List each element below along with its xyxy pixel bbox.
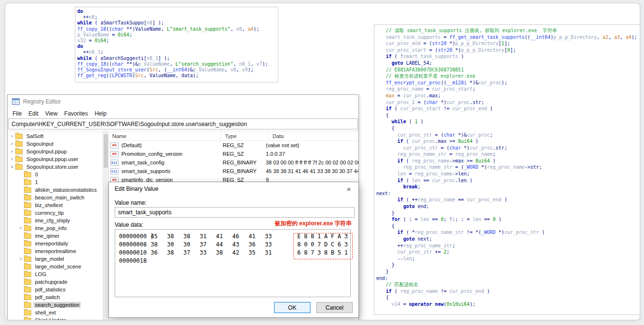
code-line: } <box>386 262 640 268</box>
ascii-char: A <box>336 233 343 240</box>
hex-editor[interactable]: 000000004538383141464133E881AFA300000008… <box>115 229 351 297</box>
tree-item-shell_ext[interactable]: >shell_ext <box>8 309 103 316</box>
reg-sz-icon: ab <box>110 142 119 149</box>
menu-item-favorites[interactable]: Favorites <box>61 110 91 117</box>
menu-item-edit[interactable]: Edit <box>25 110 42 117</box>
tree-item-label: SogouInput.store.user <box>25 164 80 170</box>
folder-icon <box>24 279 31 285</box>
registry-value-row[interactable]: 011smart_task_supportsREG_BINARY45 38 38… <box>108 167 358 175</box>
tree-item-patchupgrade[interactable]: >patchupgrade <box>8 278 103 286</box>
ascii-char: 8 <box>309 233 316 240</box>
tree-item-SogouInput.ppup[interactable]: >SogouInput.ppup <box>8 148 103 155</box>
ascii-char: 8 <box>302 233 309 240</box>
code-line: max = cur_proc.max; <box>386 93 640 99</box>
hex-byte: 41 <box>216 233 232 240</box>
chevron-right-icon[interactable]: > <box>10 141 14 146</box>
tree-item-beacon_main_switch[interactable]: >beacon_main_switch <box>8 194 103 201</box>
code-line: cur_proc_str = (char *)&cur_proc; <box>386 132 640 139</box>
tree-item-search_suggestion[interactable]: >search_suggestion <box>8 301 103 309</box>
column-header-type[interactable]: Type <box>221 131 269 140</box>
tree-item-SalSoft[interactable]: >SalSoft <box>8 132 103 140</box>
tree-item-imereportdaily[interactable]: >imereportdaily <box>8 240 103 247</box>
value-type: REG_BINARY <box>223 168 266 174</box>
folder-icon <box>15 141 23 147</box>
hex-row[interactable]: 0000000838303037444336338007DC63 <box>115 240 350 248</box>
tree-item-allskin_statusiconstatistics[interactable]: >allskin_statusiconstatistics <box>8 186 103 194</box>
tree-item-label: large_model_scene <box>34 264 83 269</box>
chevron-down-icon[interactable]: > <box>10 164 14 169</box>
chevron-right-icon[interactable]: > <box>10 157 14 162</box>
folder-icon <box>24 195 31 200</box>
hex-byte: 41 <box>249 233 265 240</box>
registry-tree: >SalSoft>SogouInput>SogouInput.ppup>Sogo… <box>8 131 103 320</box>
text-caret <box>152 233 152 239</box>
value-type: REG_BINARY <box>223 160 266 165</box>
cancel-button[interactable]: Cancel <box>316 302 353 313</box>
tree-item-pdf_switch[interactable]: >pdf_switch <box>8 293 103 301</box>
tree-item-SogouInput.ppup.user[interactable]: >SogouInput.ppup.user <box>8 155 103 163</box>
tree-item-1[interactable]: >1 <box>8 178 103 186</box>
tree-item-ime_pop_info[interactable]: >ime_pop_info <box>8 224 103 232</box>
ascii-char: 7 <box>309 249 316 256</box>
registry-value-row[interactable]: ab(Default)REG_SZ(value not set) <box>108 141 358 150</box>
ascii-char: 8 <box>322 249 329 256</box>
code-line: if ( ++reg_proc_name == cur_proc_end ) <box>386 197 640 203</box>
dialog-title-bar[interactable]: Edit Binary Value <box>109 182 358 196</box>
value-data: 1.0.0.37 <box>266 151 358 157</box>
code-line: if ( reg_proc_name->max >= 8ui64 ) <box>386 158 640 164</box>
close-icon[interactable]: × <box>339 182 358 196</box>
tree-item-SogouInput[interactable]: >SogouInput <box>8 140 103 148</box>
tree-item-SogouInput.store.user[interactable]: >SogouInput.store.user <box>8 163 103 171</box>
tree-item-large_model[interactable]: >large_model <box>8 255 103 263</box>
address-bar[interactable]: Computer\HKEY_CURRENT_USER\SOFTWARE\Sogo… <box>8 118 358 129</box>
tree-item-0[interactable]: >0 <box>8 171 103 178</box>
column-header-name[interactable]: Name <box>108 131 221 140</box>
menu-item-file[interactable]: File <box>9 110 25 117</box>
folder-icon <box>24 172 31 177</box>
tree-item-currency_tip[interactable]: >currency_tip <box>8 209 103 217</box>
tree-item-biz_shellext[interactable]: >biz_shellext <box>8 201 103 209</box>
menu-item-help[interactable]: Help <box>91 110 110 117</box>
column-header-data[interactable]: Data <box>269 131 358 140</box>
folder-icon <box>24 310 31 315</box>
chevron-right-icon[interactable]: > <box>18 226 23 231</box>
chevron-right-icon[interactable]: > <box>18 256 23 261</box>
registry-title-bar[interactable]: Registry Editor <box>8 95 358 108</box>
code-line: // 匹配进程名 <box>386 281 640 288</box>
folder-icon <box>24 302 31 308</box>
tree-item-LOG[interactable]: >LOG <box>8 270 103 278</box>
code-line: // 读取 smart_task_supports 注册表, 获取到 explo… <box>386 27 640 34</box>
value-name-input[interactable]: smart_task_supports <box>115 207 355 218</box>
menu-item-view[interactable]: View <box>42 110 61 117</box>
tree-item-ime_qimei[interactable]: >ime_qimei <box>8 232 103 240</box>
chevron-right-icon[interactable]: > <box>10 134 14 139</box>
registry-value-row[interactable]: 011smart_task_configREG_BINARY38 03 00 0… <box>108 158 358 167</box>
registry-value-row[interactable]: abPromotion_config_versionREG_SZ1.0.0.37 <box>108 150 358 158</box>
hex-row[interactable]: 00000018 <box>115 256 350 265</box>
tree-item-pdf_statistics[interactable]: >pdf_statistics <box>8 286 103 293</box>
code-line: p_ValueName = 0i64; <box>77 32 276 38</box>
scrollbar-thumb[interactable] <box>104 134 108 168</box>
chevron-right-icon[interactable]: > <box>10 149 14 154</box>
code-line: --len; <box>386 255 640 262</box>
folder-icon <box>15 149 23 154</box>
tree-item-label: ime_qimei <box>34 233 60 239</box>
tree-item-ime_cfg_shiply[interactable]: >ime_cfg_shiply <box>8 217 103 224</box>
code-line: reg_proc_name = cur_proc_start; <box>386 86 640 93</box>
hex-row[interactable]: 000000004538383141464133E881AFA3 <box>115 232 350 240</box>
code-line: break; <box>386 184 640 190</box>
hex-row[interactable]: 00000010363837333842353168738B51 <box>115 248 350 256</box>
folder-icon <box>24 187 31 193</box>
ascii-column: 8007DC63 <box>296 240 349 248</box>
tree-item-label: allskin_statusiconstatistics <box>34 187 98 193</box>
ascii-char: 1 <box>316 233 322 240</box>
value-name: smart_task_supports <box>121 168 170 174</box>
value-name: Promotion_config_version <box>121 151 182 157</box>
tree-item-ShiplyUpdate[interactable]: >ShiplyUpdate <box>8 316 103 320</box>
hex-byte: 37 <box>183 249 200 256</box>
hex-byte: 33 <box>200 249 216 256</box>
ok-button[interactable]: OK <box>274 302 310 313</box>
value-name: smart_task_config <box>121 160 164 165</box>
tree-item-imereportrealtime[interactable]: >imereportrealtime <box>8 247 103 255</box>
tree-item-large_model_scene[interactable]: >large_model_scene <box>8 263 103 270</box>
